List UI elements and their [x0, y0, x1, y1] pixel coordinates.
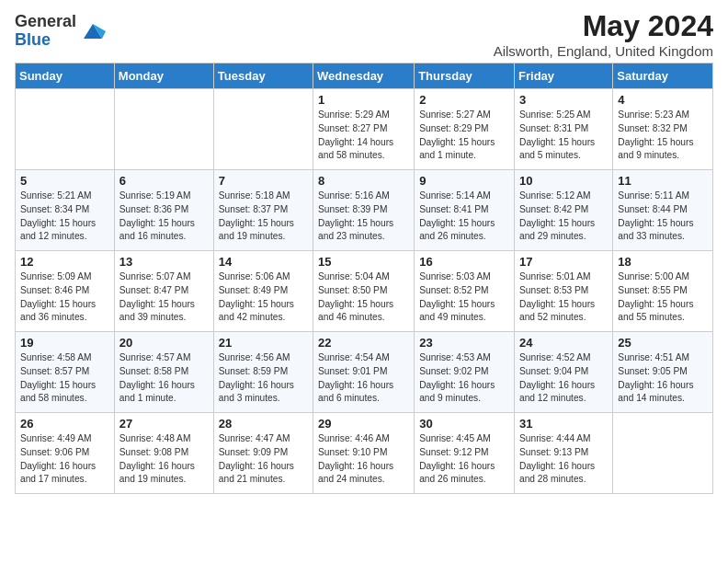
calendar-cell: 20Sunrise: 4:57 AM Sunset: 8:58 PM Dayli…: [114, 332, 213, 413]
day-info: Sunrise: 4:48 AM Sunset: 9:08 PM Dayligh…: [119, 432, 209, 487]
day-number: 16: [419, 255, 509, 269]
day-info: Sunrise: 5:25 AM Sunset: 8:31 PM Dayligh…: [519, 109, 608, 163]
calendar-cell: 14Sunrise: 5:06 AM Sunset: 8:49 PM Dayli…: [213, 251, 313, 332]
day-info: Sunrise: 4:45 AM Sunset: 9:12 PM Dayligh…: [419, 432, 509, 487]
day-number: 24: [519, 336, 608, 350]
calendar-cell: 24Sunrise: 4:52 AM Sunset: 9:04 PM Dayli…: [515, 332, 613, 413]
calendar-cell: 6Sunrise: 5:19 AM Sunset: 8:36 PM Daylig…: [114, 170, 213, 251]
logo-general: General: [15, 13, 76, 31]
calendar-cell: 8Sunrise: 5:16 AM Sunset: 8:39 PM Daylig…: [313, 170, 415, 251]
day-info: Sunrise: 5:23 AM Sunset: 8:32 PM Dayligh…: [618, 109, 708, 163]
calendar-cell: 21Sunrise: 4:56 AM Sunset: 8:59 PM Dayli…: [213, 332, 313, 413]
day-info: Sunrise: 4:49 AM Sunset: 9:06 PM Dayligh…: [20, 432, 109, 487]
calendar-header-row: Sunday Monday Tuesday Wednesday Thursday…: [16, 63, 713, 89]
col-tuesday: Tuesday: [213, 63, 313, 89]
calendar-cell: 23Sunrise: 4:53 AM Sunset: 9:02 PM Dayli…: [415, 332, 515, 413]
day-number: 25: [618, 336, 708, 350]
col-thursday: Thursday: [415, 63, 515, 89]
day-number: 20: [119, 336, 209, 350]
calendar-week-1: 5Sunrise: 5:21 AM Sunset: 8:34 PM Daylig…: [16, 170, 713, 251]
logo-text: General Blue: [15, 13, 76, 50]
day-info: Sunrise: 4:46 AM Sunset: 9:10 PM Dayligh…: [318, 432, 409, 487]
col-monday: Monday: [114, 63, 213, 89]
calendar-cell: 13Sunrise: 5:07 AM Sunset: 8:47 PM Dayli…: [114, 251, 213, 332]
calendar-cell: 1Sunrise: 5:29 AM Sunset: 8:27 PM Daylig…: [313, 89, 415, 170]
calendar-cell: 22Sunrise: 4:54 AM Sunset: 9:01 PM Dayli…: [313, 332, 415, 413]
day-info: Sunrise: 4:51 AM Sunset: 9:05 PM Dayligh…: [618, 351, 708, 406]
day-number: 29: [318, 417, 409, 431]
calendar-cell: 12Sunrise: 5:09 AM Sunset: 8:46 PM Dayli…: [16, 251, 115, 332]
day-info: Sunrise: 5:09 AM Sunset: 8:46 PM Dayligh…: [20, 270, 109, 325]
day-number: 10: [519, 174, 608, 188]
day-number: 2: [419, 93, 509, 107]
day-info: Sunrise: 4:58 AM Sunset: 8:57 PM Dayligh…: [20, 351, 109, 406]
day-info: Sunrise: 5:14 AM Sunset: 8:41 PM Dayligh…: [419, 190, 509, 244]
day-number: 9: [419, 174, 509, 188]
day-info: Sunrise: 5:21 AM Sunset: 8:34 PM Dayligh…: [20, 190, 109, 244]
day-info: Sunrise: 4:52 AM Sunset: 9:04 PM Dayligh…: [519, 351, 608, 406]
calendar-cell: 3Sunrise: 5:25 AM Sunset: 8:31 PM Daylig…: [515, 89, 613, 170]
col-friday: Friday: [515, 63, 613, 89]
day-number: 3: [519, 93, 608, 107]
day-number: 7: [219, 174, 308, 188]
day-number: 15: [318, 255, 409, 269]
calendar-week-3: 19Sunrise: 4:58 AM Sunset: 8:57 PM Dayli…: [16, 332, 713, 413]
day-info: Sunrise: 4:57 AM Sunset: 8:58 PM Dayligh…: [119, 351, 209, 406]
calendar-table: Sunday Monday Tuesday Wednesday Thursday…: [15, 63, 713, 494]
day-info: Sunrise: 5:03 AM Sunset: 8:52 PM Dayligh…: [419, 270, 509, 325]
day-info: Sunrise: 4:44 AM Sunset: 9:13 PM Dayligh…: [519, 432, 608, 487]
calendar-week-4: 26Sunrise: 4:49 AM Sunset: 9:06 PM Dayli…: [16, 413, 713, 494]
day-number: 6: [119, 174, 209, 188]
day-info: Sunrise: 4:47 AM Sunset: 9:09 PM Dayligh…: [219, 432, 308, 487]
day-number: 30: [419, 417, 509, 431]
day-number: 11: [618, 174, 708, 188]
calendar-cell: 4Sunrise: 5:23 AM Sunset: 8:32 PM Daylig…: [613, 89, 713, 170]
calendar-cell: 15Sunrise: 5:04 AM Sunset: 8:50 PM Dayli…: [313, 251, 415, 332]
day-number: 18: [618, 255, 708, 269]
calendar-cell: 11Sunrise: 5:11 AM Sunset: 8:44 PM Dayli…: [613, 170, 713, 251]
calendar-week-0: 1Sunrise: 5:29 AM Sunset: 8:27 PM Daylig…: [16, 89, 713, 170]
day-info: Sunrise: 5:16 AM Sunset: 8:39 PM Dayligh…: [318, 190, 409, 244]
day-number: 31: [519, 417, 608, 431]
logo-blue: Blue: [15, 31, 76, 50]
day-number: 13: [119, 255, 209, 269]
day-number: 4: [618, 93, 708, 107]
calendar-cell: 9Sunrise: 5:14 AM Sunset: 8:41 PM Daylig…: [415, 170, 515, 251]
calendar-week-2: 12Sunrise: 5:09 AM Sunset: 8:46 PM Dayli…: [16, 251, 713, 332]
calendar-cell: 27Sunrise: 4:48 AM Sunset: 9:08 PM Dayli…: [114, 413, 213, 494]
calendar-cell: 7Sunrise: 5:18 AM Sunset: 8:37 PM Daylig…: [213, 170, 313, 251]
day-info: Sunrise: 5:01 AM Sunset: 8:53 PM Dayligh…: [519, 270, 608, 325]
logo-icon: [80, 18, 106, 44]
day-number: 14: [219, 255, 308, 269]
day-number: 1: [318, 93, 409, 107]
day-number: 21: [219, 336, 308, 350]
day-number: 26: [20, 417, 109, 431]
page: General Blue May 2024 Ailsworth, England…: [0, 0, 728, 503]
calendar-cell: 29Sunrise: 4:46 AM Sunset: 9:10 PM Dayli…: [313, 413, 415, 494]
day-info: Sunrise: 4:53 AM Sunset: 9:02 PM Dayligh…: [419, 351, 509, 406]
day-info: Sunrise: 5:07 AM Sunset: 8:47 PM Dayligh…: [119, 270, 209, 325]
day-info: Sunrise: 5:29 AM Sunset: 8:27 PM Dayligh…: [318, 109, 409, 163]
day-info: Sunrise: 4:54 AM Sunset: 9:01 PM Dayligh…: [318, 351, 409, 406]
calendar-cell: 2Sunrise: 5:27 AM Sunset: 8:29 PM Daylig…: [415, 89, 515, 170]
day-info: Sunrise: 5:11 AM Sunset: 8:44 PM Dayligh…: [618, 190, 708, 244]
calendar-cell: 30Sunrise: 4:45 AM Sunset: 9:12 PM Dayli…: [415, 413, 515, 494]
logo: General Blue: [15, 13, 106, 50]
col-wednesday: Wednesday: [313, 63, 415, 89]
title-block: May 2024 Ailsworth, England, United King…: [494, 9, 713, 59]
day-info: Sunrise: 5:18 AM Sunset: 8:37 PM Dayligh…: [219, 190, 308, 244]
calendar-cell: 25Sunrise: 4:51 AM Sunset: 9:05 PM Dayli…: [613, 332, 713, 413]
calendar-cell: 10Sunrise: 5:12 AM Sunset: 8:42 PM Dayli…: [515, 170, 613, 251]
calendar-cell: 18Sunrise: 5:00 AM Sunset: 8:55 PM Dayli…: [613, 251, 713, 332]
calendar-cell: [613, 413, 713, 494]
day-number: 27: [119, 417, 209, 431]
day-number: 12: [20, 255, 109, 269]
calendar-cell: 28Sunrise: 4:47 AM Sunset: 9:09 PM Dayli…: [213, 413, 313, 494]
calendar-cell: [213, 89, 313, 170]
day-number: 17: [519, 255, 608, 269]
day-info: Sunrise: 4:56 AM Sunset: 8:59 PM Dayligh…: [219, 351, 308, 406]
day-info: Sunrise: 5:19 AM Sunset: 8:36 PM Dayligh…: [119, 190, 209, 244]
calendar-cell: 5Sunrise: 5:21 AM Sunset: 8:34 PM Daylig…: [16, 170, 115, 251]
calendar-cell: [16, 89, 115, 170]
col-sunday: Sunday: [16, 63, 115, 89]
